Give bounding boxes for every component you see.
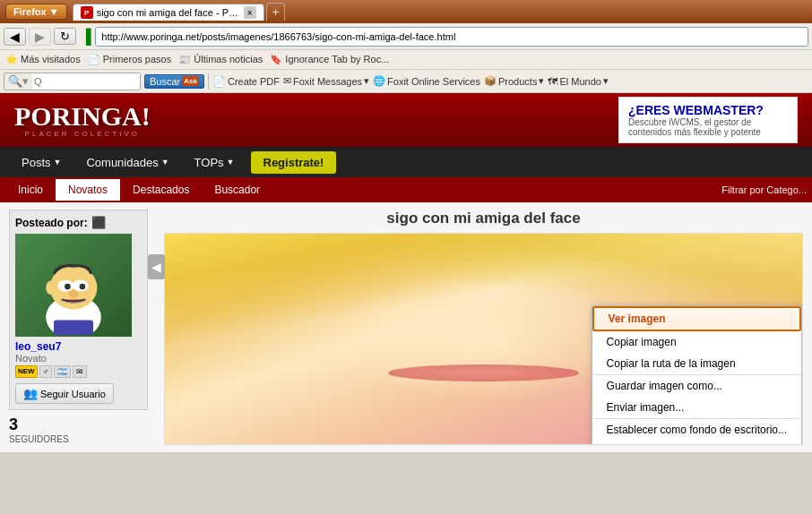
ask-logo: Ask (182, 76, 199, 86)
context-menu-item-copiar-ruta[interactable]: Copiar la ruta de la imagen (592, 353, 801, 374)
ad-title: ¿ERES WEBMASTER? (628, 103, 788, 117)
context-menu-item-info[interactable]: Ver información de la imagen (592, 441, 801, 445)
left-sidebar: Posteado por: ⬛ (9, 210, 148, 445)
products-icon: 📦 (484, 75, 497, 87)
poringa-logo-section: PORINGA! PLACER COLECTIVO (14, 103, 151, 138)
male-icon: ♂ (39, 365, 53, 378)
followers-section: 3 SEGUIDORES (9, 415, 148, 444)
follow-icon: 👥 (23, 387, 38, 400)
new-badge: NEW (15, 365, 38, 378)
menu-item-posts[interactable]: Posts ▼ (9, 149, 73, 176)
bookmark-mas-visitados[interactable]: ⭐ Más visitados (5, 54, 81, 65)
bookmark-ignorance[interactable]: 🔖 Ignorance Tab by Roc... (270, 54, 389, 65)
sub-nav-novatos[interactable]: Novatos (56, 179, 120, 201)
poringa-header: PORINGA! PLACER COLECTIVO ¿ERES WEBMASTE… (0, 93, 812, 147)
tab-favicon: P (81, 6, 93, 19)
search-input[interactable] (32, 73, 140, 90)
svg-point-8 (69, 289, 79, 297)
refresh-button[interactable]: ↻ (54, 28, 76, 45)
foxit-online-btn[interactable]: 🌐 Foxit Online Services (373, 75, 480, 87)
poringa-subtitle: PLACER COLECTIVO (14, 130, 151, 138)
bookmark-primeros-pasos[interactable]: 📄 Primeros pasos (88, 54, 171, 65)
new-tab-button[interactable]: + (266, 3, 286, 21)
sub-nav-buscador[interactable]: Buscador (202, 179, 272, 201)
followers-label: SEGUIDORES (9, 434, 148, 444)
back-arrow-btn[interactable]: ◀ (148, 254, 165, 279)
post-title: sigo con mi amiga del face (164, 210, 803, 227)
elmundo-btn[interactable]: 🗺 El Mundo ▾ (548, 75, 608, 87)
rss-icon: ⬛ (91, 216, 106, 229)
pdf-icon: 📄 (212, 75, 226, 88)
followers-count: 3 (9, 415, 148, 434)
context-menu-item-guardar[interactable]: Guardar imagen como... (592, 375, 801, 397)
active-tab[interactable]: P sigo con mi amiga del face - Poringa! … (73, 4, 264, 21)
firefox-menu-button[interactable]: Firefox ▼ (5, 4, 67, 20)
flag-icon: 🇦🇷 (54, 365, 71, 378)
sub-nav-destacados[interactable]: Destacados (120, 179, 202, 201)
sub-nav-inicio[interactable]: Inicio (5, 179, 56, 201)
svg-point-3 (46, 280, 56, 294)
menu-item-comunidades[interactable]: Comunidades ▼ (73, 149, 181, 176)
bookmark-ultimas-noticias[interactable]: 📰 Últimas noticias (178, 54, 263, 65)
tab-bar: P sigo con mi amiga del face - Poringa! … (73, 3, 807, 21)
user-avatar (15, 234, 132, 337)
mail-icon: ✉ (73, 365, 87, 378)
svg-point-7 (80, 283, 86, 289)
foxit-online-icon: 🌐 (373, 75, 385, 87)
search-container: 🔍▾ (4, 73, 141, 90)
tab-title: sigo con mi amiga del face - Poringa! (97, 7, 240, 18)
forward-button[interactable]: ▶ (29, 28, 51, 46)
post-image-container: Ver imagen Copiar imagen Copiar la ruta … (164, 233, 803, 445)
signal-icon: ▐ (81, 29, 91, 45)
context-menu-item-enviar[interactable]: Enviar imagen... (592, 397, 801, 418)
poringa-ad[interactable]: ¿ERES WEBMASTER? Descubre iWCMS, el gest… (618, 97, 798, 143)
browser-content: PORINGA! PLACER COLECTIVO ¿ERES WEBMASTE… (0, 93, 812, 452)
foxit-msg-icon: ✉ (283, 75, 291, 87)
menu-item-registrate[interactable]: Registrate! (251, 151, 337, 174)
follow-user-button[interactable]: 👥 Seguir Usuario (15, 383, 114, 404)
sub-nav: Inicio Novatos Destacados Buscador Filtr… (0, 177, 812, 202)
svg-rect-1 (54, 320, 93, 335)
toolbar2: 🔍▾ Buscar Ask 📄 Create PDF ✉ Foxit Messa… (0, 70, 812, 93)
posts-arrow: ▼ (54, 158, 62, 167)
nav-menu: Posts ▼ Comunidades ▼ TOPs ▼ Registrate! (0, 147, 812, 177)
tops-arrow: ▼ (227, 158, 235, 167)
user-role: Novato (15, 353, 142, 364)
homer-svg (20, 236, 127, 335)
separator1 (208, 73, 209, 90)
url-bar[interactable] (95, 27, 808, 47)
poringa-logo: PORINGA! (14, 103, 151, 130)
comunidades-arrow: ▼ (161, 158, 169, 167)
context-menu-item-copiar[interactable]: Copiar imagen (592, 331, 801, 353)
menu-item-tops[interactable]: TOPs ▼ (182, 149, 247, 176)
ad-text: Descubre iWCMS, el gestor de contenidos … (628, 117, 788, 137)
elmundo-icon: 🗺 (548, 76, 557, 87)
context-menu-item-ver-imagen[interactable]: Ver imagen (592, 306, 801, 331)
products-btn[interactable]: 📦 Products ▾ (484, 75, 544, 87)
create-pdf-btn[interactable]: 📄 Create PDF (212, 75, 280, 88)
posted-by-header: Posteado por: ⬛ (15, 216, 142, 229)
posted-by-section: Posteado por: ⬛ (9, 210, 148, 410)
search-dropdown-icon[interactable]: 🔍▾ (4, 74, 32, 88)
bookmarks-bar: ⭐ Más visitados 📄 Primeros pasos 📰 Últim… (0, 50, 812, 70)
context-menu: Ver imagen Copiar imagen Copiar la ruta … (592, 305, 802, 445)
back-button[interactable]: ◀ (4, 28, 26, 46)
username[interactable]: leo_seu7 (15, 340, 142, 353)
user-badges: NEW ♂ 🇦🇷 ✉ (15, 365, 142, 378)
svg-point-6 (65, 283, 71, 289)
main-content: ◀ sigo con mi amiga del face (155, 210, 803, 445)
nav-bar: ◀ ▶ ↻ ▐ (0, 23, 812, 50)
foxit-messages-btn[interactable]: ✉ Foxit Messages ▾ (283, 75, 369, 87)
tab-close-icon[interactable]: × (244, 6, 256, 19)
context-menu-item-fondo[interactable]: Establecer como fondo de escritorio... (592, 419, 801, 441)
filter-text: Filtrar por Catego... (721, 184, 807, 195)
page-content: Posteado por: ⬛ (0, 202, 812, 452)
titlebar: Firefox ▼ P sigo con mi amiga del face -… (0, 0, 812, 23)
buscar-button[interactable]: Buscar Ask (144, 74, 204, 89)
